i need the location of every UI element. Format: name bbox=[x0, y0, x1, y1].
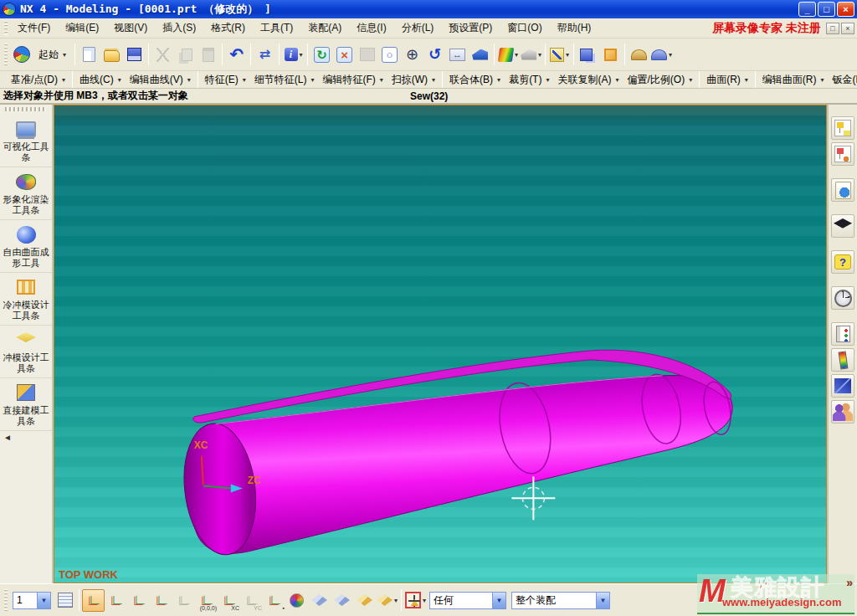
model-tube-body[interactable] bbox=[177, 350, 735, 558]
fb-edit-feature[interactable]: 编辑特征(F)▾ bbox=[318, 71, 387, 89]
fb-edit-curve[interactable]: 编辑曲线(V)▾ bbox=[126, 71, 195, 89]
start-button[interactable]: 起始▾ bbox=[33, 44, 72, 66]
menu-insert[interactable]: 插入(S) bbox=[155, 18, 203, 38]
visualization-toolbar-item[interactable]: 可视化工具条 bbox=[0, 115, 52, 167]
fb-surface[interactable]: 曲面(R)▾ bbox=[702, 71, 752, 89]
sidebar-collapse-button[interactable]: ◄ bbox=[0, 431, 52, 444]
menu-tools[interactable]: 工具(T) bbox=[253, 18, 300, 38]
menu-preferences[interactable]: 预设置(P) bbox=[441, 18, 500, 38]
training-button[interactable] bbox=[831, 214, 854, 238]
fb-curve[interactable]: 曲线(C)▾ bbox=[75, 71, 126, 89]
view-orient-button[interactable]: ⇄ bbox=[254, 44, 276, 66]
offset-surface-button[interactable]: ▾ bbox=[650, 44, 673, 66]
roles-button[interactable] bbox=[831, 400, 854, 424]
copy-button[interactable] bbox=[174, 44, 197, 66]
binder-icon bbox=[836, 326, 850, 342]
zoom-box-button: ○ bbox=[382, 47, 398, 63]
render-style-button[interactable]: ▾ bbox=[497, 44, 520, 66]
minimize-button[interactable]: _ bbox=[798, 2, 816, 17]
fb-offset-scale[interactable]: 偏置/比例(O)▾ bbox=[623, 71, 696, 89]
mdi-close-button[interactable]: × bbox=[841, 23, 854, 34]
web-browser-button[interactable] bbox=[831, 178, 854, 202]
wcs-rotate-button[interactable]: ∟ bbox=[150, 589, 172, 612]
exploded-view-button[interactable] bbox=[599, 44, 622, 66]
fb-associative-copy[interactable]: 关联复制(A)▾ bbox=[553, 71, 623, 89]
cut-button[interactable] bbox=[151, 44, 174, 66]
invert-blank-button[interactable]: ▾ bbox=[376, 589, 398, 612]
chevron-down-icon[interactable]: ▼ bbox=[492, 593, 505, 608]
fb-sweep[interactable]: 扫掠(W)▾ bbox=[387, 71, 439, 89]
thumbnail-button[interactable] bbox=[356, 44, 378, 66]
menu-format[interactable]: 格式(R) bbox=[203, 18, 253, 38]
toolbar-overflow-button[interactable]: » bbox=[846, 576, 853, 589]
fb-datum-point[interactable]: 基准/点(D)▾ bbox=[7, 71, 69, 89]
freeform-toolbar-item[interactable]: 自由曲面成形工具 bbox=[0, 220, 52, 273]
perspective-button[interactable] bbox=[469, 44, 491, 66]
zoom-box-button[interactable]: ○ bbox=[378, 44, 401, 66]
fit-view-button[interactable]: × bbox=[333, 44, 356, 66]
wcs-constructor-button[interactable]: ∟ bbox=[105, 589, 127, 612]
menu-window[interactable]: 窗口(O) bbox=[500, 18, 549, 38]
help-button[interactable]: ? bbox=[831, 250, 854, 274]
scope-filter-select[interactable]: 整个装配▼ bbox=[511, 592, 610, 609]
wcs-save-button[interactable]: ∟▪ bbox=[263, 589, 285, 612]
display-mode-button[interactable]: ▾ bbox=[520, 44, 542, 66]
fb-trim[interactable]: 裁剪(T)▾ bbox=[505, 71, 553, 89]
history-button[interactable] bbox=[831, 286, 854, 310]
refresh-button[interactable]: ↻ bbox=[310, 44, 333, 66]
fb-sheet-metal[interactable]: 钣金(H)▾ bbox=[829, 71, 857, 89]
layer-settings-button[interactable] bbox=[54, 589, 76, 612]
wcs-display-button[interactable]: ∟ bbox=[127, 589, 150, 612]
information-button[interactable]: i▾ bbox=[282, 44, 305, 66]
palette-edit-button[interactable] bbox=[831, 348, 854, 372]
menu-view[interactable]: 视图(V) bbox=[106, 18, 155, 38]
direct-modeling-toolbar-item[interactable]: 直接建模工具条 bbox=[0, 378, 52, 431]
rotate-view-button[interactable]: ↺ bbox=[423, 44, 446, 66]
menu-information[interactable]: 信息(I) bbox=[349, 18, 393, 38]
layer-select[interactable]: 1▼ bbox=[13, 592, 51, 609]
menu-help[interactable]: 帮助(H) bbox=[550, 18, 599, 38]
visual-render-toolbar-item[interactable]: 形象化渲染工具条 bbox=[0, 167, 52, 220]
menu-edit[interactable]: 编辑(E) bbox=[58, 18, 106, 38]
customize-tools-button[interactable] bbox=[831, 374, 854, 398]
graphics-viewport[interactable]: XC ZC TOP WORK bbox=[54, 105, 827, 583]
pan-view-button[interactable]: ↔ bbox=[446, 44, 469, 66]
show-button[interactable] bbox=[353, 589, 376, 612]
show-hide-button[interactable] bbox=[308, 589, 331, 612]
menu-file[interactable]: 文件(F) bbox=[10, 18, 58, 38]
sketch-button[interactable]: ▾ bbox=[548, 44, 571, 66]
assembly-navigator-button[interactable] bbox=[831, 116, 854, 140]
wcs-origin-button[interactable]: ∟(0,0,0) bbox=[195, 589, 218, 612]
paste-button[interactable] bbox=[197, 44, 219, 66]
save-button[interactable] bbox=[123, 44, 146, 66]
fb-feature[interactable]: 特征(E)▾ bbox=[201, 71, 250, 89]
assembly-constraints-button[interactable] bbox=[577, 44, 599, 66]
wcs-orient-xc-button[interactable]: ∟XC bbox=[218, 589, 240, 612]
fb-boolean[interactable]: 联合体(B)▾ bbox=[445, 71, 505, 89]
selection-filter-button[interactable]: ▾ bbox=[404, 589, 427, 612]
wcs-dynamics-button[interactable]: ∟ bbox=[82, 589, 105, 612]
fb-detail-feature[interactable]: 细节特征(L)▾ bbox=[250, 71, 319, 89]
new-button[interactable] bbox=[78, 44, 100, 66]
sew-button[interactable] bbox=[628, 44, 650, 66]
menu-analysis[interactable]: 分析(L) bbox=[394, 18, 442, 38]
hide-button[interactable] bbox=[331, 589, 353, 612]
wcs-orient-yc-button[interactable]: ∟YC bbox=[240, 589, 263, 612]
close-button[interactable]: × bbox=[837, 2, 854, 17]
object-display-button[interactable] bbox=[285, 589, 308, 612]
mdi-restore-button[interactable]: □ bbox=[826, 23, 839, 34]
stamping-die-toolbar-item[interactable]: 冲模设计工具条 bbox=[0, 326, 52, 378]
open-button[interactable] bbox=[100, 44, 123, 66]
menu-assemblies[interactable]: 装配(A) bbox=[300, 18, 349, 38]
wcs-inferred-button[interactable]: ∟ bbox=[172, 589, 195, 612]
die-design-toolbar-item[interactable]: 冷冲模设计工具条 bbox=[0, 273, 52, 326]
constraint-navigator-button[interactable] bbox=[831, 142, 854, 166]
part-navigator-button[interactable] bbox=[831, 322, 854, 346]
fb-edit-surface[interactable]: 编辑曲面(R)▾ bbox=[758, 71, 829, 89]
chevron-down-icon[interactable]: ▼ bbox=[596, 593, 609, 608]
undo-button[interactable]: ↶ bbox=[225, 44, 248, 66]
restore-button[interactable]: □ bbox=[818, 2, 835, 17]
chevron-down-icon[interactable]: ▼ bbox=[37, 593, 50, 608]
type-filter-select[interactable]: 任何▼ bbox=[429, 592, 506, 609]
zoom-button[interactable]: ⊕ bbox=[401, 44, 423, 66]
